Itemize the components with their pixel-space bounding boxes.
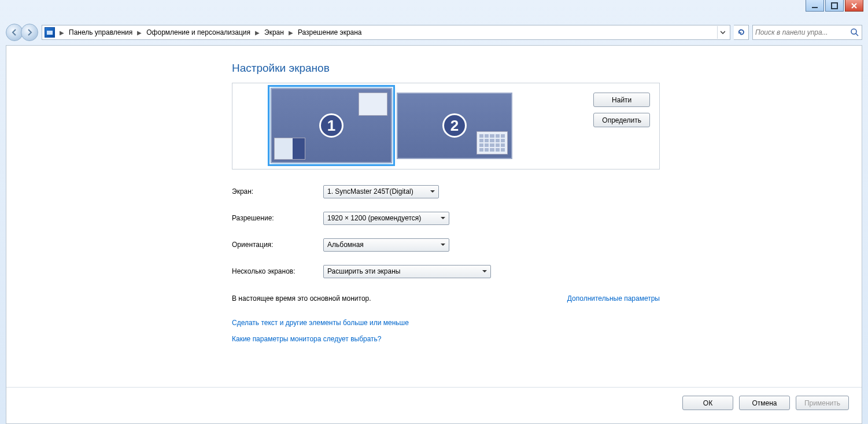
display-form: Экран: 1. SyncMaster 245T(Digital) Разре… (232, 183, 660, 279)
nav-buttons (6, 24, 38, 41)
help-links: Сделать текст и другие элементы больше и… (232, 319, 660, 343)
primary-monitor-text: В настоящее время это основной монитор. (232, 294, 371, 303)
window-icon (359, 93, 387, 116)
resolution-select[interactable]: 1920 × 1200 (рекомендуется) (323, 212, 449, 225)
chevron-right-icon: ▶ (60, 30, 64, 36)
close-button[interactable] (845, 0, 863, 12)
minimize-button[interactable] (806, 0, 824, 12)
svg-rect-0 (812, 7, 818, 8)
chevron-down-icon (478, 267, 487, 275)
window-controls (806, 0, 863, 12)
orientation-value: Альбомная (327, 241, 364, 249)
display-icon (45, 27, 55, 38)
main-panel: Настройки экранов 1 2 (6, 45, 862, 424)
breadcrumb[interactable]: Оформление и персонализация (146, 28, 250, 36)
footer: ОК Отмена Применить (6, 387, 862, 388)
address-dropdown[interactable] (717, 26, 727, 39)
display-label: Экран: (232, 187, 323, 196)
search-box[interactable] (752, 25, 862, 40)
display-value: 1. SyncMaster 245T(Digital) (327, 187, 413, 196)
chevron-down-icon (436, 241, 445, 249)
chevron-down-icon (426, 187, 435, 196)
which-params-link[interactable]: Какие параметры монитора следует выбрать… (232, 335, 660, 343)
footer-buttons: ОК Отмена Применить (682, 396, 849, 410)
svg-point-2 (851, 29, 856, 34)
forward-button[interactable] (21, 24, 38, 41)
detect-button[interactable]: Найти (593, 93, 650, 107)
nav-row: ▶ Панель управления ▶ Оформление и персо… (6, 23, 862, 42)
multi-display-value: Расширить эти экраны (327, 267, 400, 275)
page-title: Настройки экранов (232, 62, 660, 75)
monitor-number: 2 (442, 113, 467, 138)
monitor-1[interactable]: 1 (271, 88, 392, 163)
svg-line-3 (856, 34, 858, 36)
monitor-preview-box: 1 2 Найти Определить (232, 83, 660, 169)
monitors-area[interactable]: 1 2 (271, 88, 512, 163)
multi-display-select[interactable]: Расширить эти экраны (323, 265, 491, 278)
address-bar[interactable]: ▶ Панель управления ▶ Оформление и персо… (42, 25, 730, 40)
display-select[interactable]: 1. SyncMaster 245T(Digital) (323, 185, 439, 198)
cancel-button[interactable]: Отмена (739, 396, 790, 410)
preview-buttons: Найти Определить (593, 93, 650, 127)
resolution-value: 1920 × 1200 (рекомендуется) (327, 214, 421, 222)
orientation-select[interactable]: Альбомная (323, 238, 449, 252)
breadcrumb[interactable]: Разрешение экрана (298, 28, 362, 36)
chevron-right-icon: ▶ (255, 30, 260, 36)
breadcrumb[interactable]: Экран (264, 28, 284, 36)
content: Настройки экранов 1 2 (232, 62, 660, 343)
refresh-button[interactable] (734, 25, 749, 40)
chevron-right-icon: ▶ (137, 30, 142, 36)
apply-button[interactable]: Применить (796, 396, 849, 410)
info-row: В настоящее время это основной монитор. … (232, 294, 660, 303)
monitor-2[interactable]: 2 (397, 93, 512, 159)
grid-icon (477, 131, 508, 154)
identify-button[interactable]: Определить (593, 113, 650, 127)
taskbar-icon (274, 138, 305, 160)
search-icon[interactable] (850, 28, 859, 37)
text-size-link[interactable]: Сделать текст и другие элементы больше и… (232, 319, 660, 327)
ok-button[interactable]: ОК (682, 396, 733, 410)
maximize-button[interactable] (825, 0, 844, 12)
orientation-label: Ориентация: (232, 241, 323, 249)
breadcrumb[interactable]: Панель управления (69, 28, 132, 36)
advanced-settings-link[interactable]: Дополнительные параметры (567, 294, 660, 303)
chevron-right-icon: ▶ (289, 30, 293, 36)
svg-rect-1 (832, 3, 837, 9)
multi-display-label: Несколько экранов: (232, 267, 323, 275)
chevron-down-icon (436, 214, 445, 222)
resolution-label: Разрешение: (232, 214, 323, 222)
search-input[interactable] (755, 28, 850, 36)
monitor-number: 1 (319, 113, 343, 138)
